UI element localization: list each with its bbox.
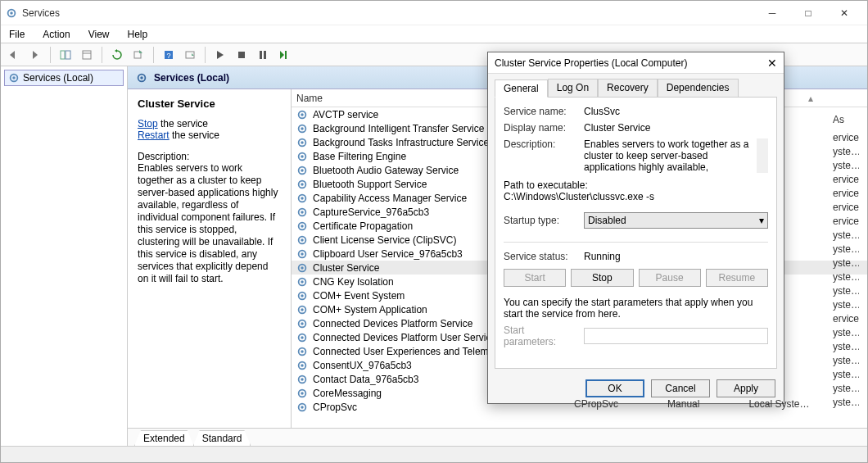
display-name-value: Cluster Service bbox=[584, 122, 768, 134]
pause-button[interactable]: Pause bbox=[639, 269, 701, 287]
menu-help[interactable]: Help bbox=[124, 27, 151, 42]
apply-button[interactable]: Apply bbox=[717, 379, 775, 397]
gear-icon bbox=[296, 123, 308, 134]
forward-button[interactable] bbox=[25, 46, 45, 64]
dialog-close-button[interactable]: ✕ bbox=[767, 57, 777, 70]
menu-action[interactable]: Action bbox=[39, 27, 73, 42]
gear-icon bbox=[296, 276, 308, 288]
close-button[interactable]: ✕ bbox=[826, 1, 862, 25]
stop-suffix: the service bbox=[158, 118, 208, 129]
startup-type-label: Startup type: bbox=[504, 215, 577, 226]
service-name: Connected Devices Platform Service bbox=[313, 318, 472, 329]
service-status-value: Running bbox=[584, 251, 768, 262]
gear-icon bbox=[296, 402, 308, 413]
service-status-label: Service status: bbox=[504, 251, 577, 262]
services-window: Services ─ □ ✕ File Action View Help ? bbox=[0, 0, 868, 463]
col-name-label[interactable]: Name bbox=[296, 93, 323, 104]
options-button[interactable] bbox=[180, 46, 200, 64]
svg-point-19 bbox=[301, 113, 304, 116]
back-button[interactable] bbox=[4, 46, 24, 64]
tab-dependencies[interactable]: Dependencies bbox=[658, 79, 739, 97]
svg-point-55 bbox=[301, 364, 304, 367]
restart-service-button[interactable] bbox=[274, 46, 294, 64]
service-name-value: ClusSvc bbox=[584, 106, 768, 117]
service-name: Clipboard User Service_976a5cb3 bbox=[313, 248, 463, 260]
statusbar bbox=[1, 446, 867, 462]
display-name-label: Display name: bbox=[504, 122, 577, 134]
start-button[interactable]: Start bbox=[504, 269, 566, 287]
description-label: Description: bbox=[138, 151, 281, 162]
svg-rect-4 bbox=[83, 51, 91, 59]
refresh-button[interactable] bbox=[107, 46, 127, 64]
dialog-titlebar[interactable]: Cluster Service Properties (Local Comput… bbox=[488, 52, 784, 74]
resume-button[interactable]: Resume bbox=[706, 269, 768, 287]
export-list-button[interactable] bbox=[129, 46, 148, 64]
tab-general[interactable]: General bbox=[495, 79, 548, 98]
pause-service-button[interactable] bbox=[253, 46, 273, 64]
minimize-button[interactable]: ─ bbox=[754, 1, 790, 25]
gear-icon bbox=[296, 193, 308, 204]
properties-icon-button[interactable] bbox=[77, 46, 97, 64]
svg-point-41 bbox=[301, 266, 304, 270]
dialog-general-panel: Service name: ClusSvc Display name: Clus… bbox=[495, 97, 777, 369]
dialog-tabs: General Log On Recovery Dependencies bbox=[488, 74, 784, 97]
tab-standard[interactable]: Standard bbox=[193, 430, 251, 446]
svg-point-57 bbox=[301, 378, 304, 381]
scroll-up-icon: ▴ bbox=[761, 138, 765, 147]
svg-point-31 bbox=[301, 197, 304, 200]
svg-point-47 bbox=[301, 308, 304, 311]
maximize-button[interactable]: □ bbox=[790, 1, 826, 25]
svg-point-17 bbox=[140, 76, 143, 79]
stop-button[interactable]: Stop bbox=[571, 269, 633, 287]
description-column: Cluster Service Stop the service Restart… bbox=[128, 89, 292, 428]
gear-icon bbox=[296, 262, 308, 274]
service-name: Contact Data_976a5cb3 bbox=[313, 374, 418, 385]
svg-point-23 bbox=[301, 141, 304, 144]
show-hide-tree-button[interactable] bbox=[56, 46, 75, 64]
cancel-button[interactable]: Cancel bbox=[651, 379, 710, 397]
dialog-title: Cluster Service Properties (Local Comput… bbox=[495, 57, 687, 69]
service-name: CoreMessaging bbox=[313, 388, 382, 399]
restart-service-link[interactable]: Restart bbox=[138, 129, 170, 141]
description-scrollbar[interactable]: ▴▾ bbox=[757, 138, 768, 173]
svg-point-29 bbox=[301, 183, 304, 186]
startup-type-select[interactable]: Disabled ▾ bbox=[584, 212, 768, 229]
console-tree[interactable]: Services (Local) bbox=[1, 66, 128, 446]
tab-logon[interactable]: Log On bbox=[548, 79, 598, 97]
menu-file[interactable]: File bbox=[6, 27, 28, 42]
service-name: CNG Key Isolation bbox=[313, 276, 394, 288]
scroll-down-icon: ▾ bbox=[761, 165, 765, 173]
start-params-label: Start parameters: bbox=[504, 325, 577, 347]
services-icon bbox=[6, 7, 17, 19]
gear-icon bbox=[296, 207, 308, 218]
stop-service-button[interactable] bbox=[232, 46, 251, 64]
gear-icon bbox=[296, 109, 308, 120]
tree-node-services-local[interactable]: Services (Local) bbox=[4, 70, 124, 86]
svg-rect-13 bbox=[285, 51, 287, 59]
gear-icon bbox=[296, 179, 308, 190]
service-name: Client License Service (ClipSVC) bbox=[313, 234, 456, 246]
tab-extended[interactable]: Extended bbox=[134, 430, 194, 446]
path-label: Path to executable: bbox=[504, 179, 768, 191]
svg-point-15 bbox=[12, 76, 16, 79]
startup-type-value: Disabled bbox=[588, 215, 626, 226]
service-name: Background Tasks Infrastructure Service bbox=[313, 137, 489, 148]
service-name: Connected User Experiences and Telemetry bbox=[313, 346, 505, 357]
start-service-button[interactable] bbox=[210, 46, 230, 64]
stop-service-link[interactable]: Stop bbox=[138, 118, 158, 129]
gear-icon bbox=[296, 165, 308, 176]
service-name: Capability Access Manager Service bbox=[313, 193, 467, 204]
help-button[interactable]: ? bbox=[159, 46, 179, 64]
menu-view[interactable]: View bbox=[85, 27, 113, 42]
start-params-input[interactable] bbox=[584, 328, 768, 344]
svg-point-43 bbox=[301, 280, 304, 284]
service-name: ConsentUX_976a5cb3 bbox=[313, 360, 412, 371]
svg-point-25 bbox=[301, 155, 304, 158]
description-value[interactable]: Enables servers to work together as a cl… bbox=[584, 138, 768, 173]
service-name: CPropSvc bbox=[313, 402, 357, 413]
ok-button[interactable]: OK bbox=[585, 379, 644, 397]
tab-recovery[interactable]: Recovery bbox=[598, 79, 658, 97]
svg-text:?: ? bbox=[166, 52, 170, 60]
svg-rect-3 bbox=[66, 51, 70, 59]
svg-point-33 bbox=[301, 211, 304, 214]
